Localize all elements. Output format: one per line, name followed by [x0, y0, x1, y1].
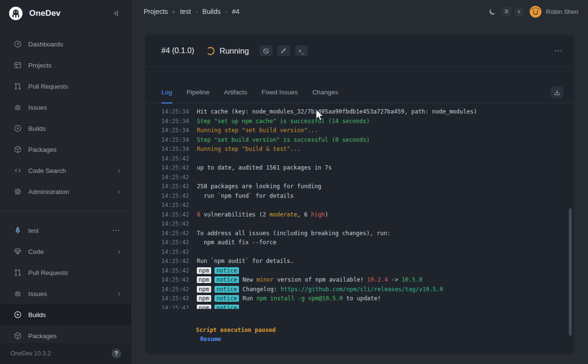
- breadcrumb-caret-separator: ▸: [173, 9, 176, 15]
- edit-build-button[interactable]: [277, 46, 290, 56]
- log-timestamp: 14:25:42: [161, 294, 197, 304]
- resume-link[interactable]: Resume: [200, 336, 221, 342]
- project-item-code[interactable]: Code ›: [0, 241, 131, 262]
- build-more-options-icon[interactable]: ⋯: [554, 46, 563, 55]
- project-item-pull-requests[interactable]: Pull Requests: [0, 262, 131, 283]
- paused-row: Script execution paused Resume: [161, 317, 562, 353]
- gem-icon: [13, 247, 22, 256]
- log-segment: npm: [197, 276, 211, 283]
- build-header: #4 (0.1.0) Running >_ ⋯: [146, 35, 574, 67]
- log-segment: [211, 267, 215, 274]
- tab-artifacts[interactable]: Artifacts: [224, 89, 248, 103]
- sidebar-item-packages[interactable]: Packages: [0, 139, 131, 160]
- sidebar: OneDev Dashboards Projects Pull Requests…: [0, 0, 131, 364]
- package-icon: [13, 331, 22, 340]
- paused-message: Script execution paused: [196, 327, 275, 333]
- log-segment: To address all issues (including breakin…: [197, 230, 391, 237]
- code-icon: [13, 166, 22, 175]
- k-key-badge[interactable]: k: [515, 8, 523, 16]
- web-terminal-button[interactable]: >_: [295, 46, 308, 56]
- log-link[interactable]: https://github.com/npm/cli/releases/tag/…: [281, 286, 443, 293]
- project-item-label: Pull Requests: [28, 269, 68, 276]
- log-segment: up to date, audited 1561 packages in 7s: [197, 164, 332, 171]
- sidebar-collapse-icon[interactable]: [110, 7, 122, 20]
- log-timestamp: 14:25:42: [161, 219, 197, 229]
- log-timestamp: 14:25:42: [161, 275, 197, 285]
- sidebar-item-pull-requests[interactable]: Pull Requests: [0, 76, 131, 97]
- sidebar-item-dashboards[interactable]: Dashboards: [0, 34, 131, 55]
- sidebar-item-label: Builds: [28, 125, 46, 132]
- log-timestamp: 14:25:42: [161, 154, 197, 164]
- tab-pipeline[interactable]: Pipeline: [187, 89, 210, 103]
- log-timestamp: 14:25:42: [161, 248, 197, 257]
- dark-mode-moon-icon[interactable]: [487, 6, 498, 17]
- sidebar-item-projects[interactable]: Projects: [0, 55, 131, 76]
- sidebar-item-issues[interactable]: Issues: [0, 97, 131, 118]
- log-segment: 10.2.4: [367, 276, 388, 283]
- projects-icon: [13, 61, 22, 69]
- tab-changes[interactable]: Changes: [312, 89, 338, 103]
- package-icon: [13, 145, 22, 154]
- project-item-label: Code: [28, 248, 44, 255]
- build-card: #4 (0.1.0) Running >_ ⋯ Log Pipeline Art…: [146, 35, 574, 353]
- bug-icon: [13, 289, 22, 298]
- pull-request-icon: [13, 82, 22, 91]
- project-item-builds[interactable]: Builds: [0, 304, 131, 325]
- chevron-right-icon: ›: [118, 167, 120, 174]
- log-segment: [211, 286, 215, 293]
- log-segment: Changelog:: [239, 286, 281, 293]
- log-segment: Step "set build version" is successful (…: [197, 136, 370, 143]
- project-item-issues[interactable]: Issues ›: [0, 283, 131, 304]
- log-segment: notice: [215, 276, 239, 283]
- cmd-key-badge[interactable]: ⌘: [502, 8, 511, 16]
- breadcrumb-projects[interactable]: Projects: [144, 8, 168, 15]
- sidebar-item-label: Packages: [28, 146, 57, 153]
- cancel-build-button[interactable]: [260, 46, 272, 56]
- tab-log[interactable]: Log: [161, 89, 172, 103]
- log-timestamp: 14:25:42: [161, 210, 197, 220]
- sidebar-divider: [0, 211, 131, 211]
- breadcrumb-test[interactable]: test: [180, 8, 191, 15]
- sidebar-project-nav: test ⋯ Code › Pull Requests Issues › Bui…: [0, 220, 131, 346]
- topbar: Projects ▸ test • Builds • #4 ⌘ k Robin …: [131, 0, 588, 23]
- download-icon: [554, 89, 561, 96]
- log-timestamp: 14:25:34: [161, 126, 197, 136]
- log-line: 14:25:42: [161, 201, 562, 210]
- breadcrumb-builds[interactable]: Builds: [203, 8, 221, 15]
- log-segment: notice: [215, 267, 239, 274]
- topbar-right: ⌘ k Robin Shen: [487, 6, 578, 18]
- tab-fixed-issues[interactable]: Fixed Issues: [261, 89, 298, 103]
- user-avatar[interactable]: [530, 6, 542, 18]
- main-area: Projects ▸ test • Builds • #4 ⌘ k Robin …: [131, 0, 588, 364]
- log-segment: 10.5.0: [402, 276, 422, 283]
- log-segment: Hit cache (key: node_modules_32/7b2405aa…: [197, 108, 477, 115]
- log-timestamp: 14:25:42: [161, 238, 197, 248]
- breadcrumb-dot-separator: •: [226, 9, 227, 14]
- log-line: 14:25:428 vulnerabilities (2 moderate, 6…: [161, 210, 562, 220]
- sidebar-main-nav: Dashboards Projects Pull Requests Issues…: [0, 34, 131, 202]
- sidebar-item-code-search[interactable]: Code Search ›: [0, 160, 131, 181]
- log-segment: [211, 276, 215, 283]
- pull-request-icon: [13, 268, 22, 277]
- sidebar-item-label: Code Search: [28, 167, 66, 174]
- log-line: 14:25:42To address all issues (including…: [161, 229, 562, 239]
- build-tabs: Log Pipeline Artifacts Fixed Issues Chan…: [146, 67, 574, 103]
- project-item-label: Builds: [28, 311, 46, 318]
- project-more-icon[interactable]: ⋯: [112, 227, 120, 234]
- download-log-button[interactable]: [551, 86, 563, 99]
- log-line: 14:25:42npm notice: [161, 304, 562, 309]
- log-timestamp: 14:25:42: [161, 192, 197, 201]
- user-name[interactable]: Robin Shen: [546, 8, 578, 15]
- log-segment: npm install -g npm@10.5.0: [256, 295, 343, 302]
- sidebar-project-test[interactable]: test ⋯: [0, 220, 131, 241]
- log-timestamp: 14:25:42: [161, 266, 197, 276]
- sidebar-item-builds[interactable]: Builds: [0, 118, 131, 139]
- sidebar-item-administration[interactable]: Administration ›: [0, 181, 131, 202]
- log-scrollbar-thumb[interactable]: [569, 208, 572, 336]
- prohibit-icon: [262, 47, 270, 55]
- app-name: OneDev: [29, 9, 60, 18]
- help-icon[interactable]: ?: [112, 349, 121, 358]
- build-status: Running: [219, 46, 249, 56]
- log-segment: npm audit fix --force: [197, 239, 276, 246]
- log-line: 14:25:42npm notice New minor version of …: [161, 275, 562, 285]
